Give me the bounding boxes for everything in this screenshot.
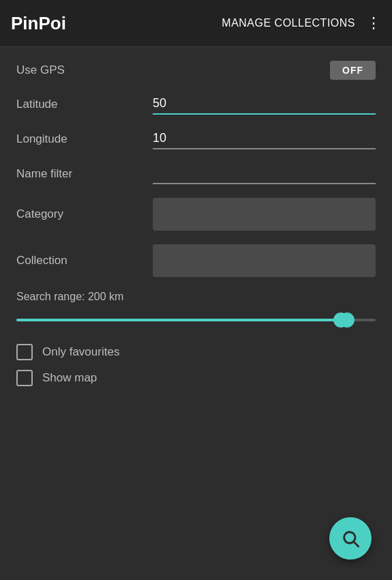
category-dropdown[interactable] xyxy=(153,198,376,231)
category-row: Category xyxy=(16,198,376,231)
show-map-checkbox[interactable] xyxy=(16,370,33,386)
show-map-row: Show map xyxy=(16,370,376,386)
name-filter-row: Name filter xyxy=(16,163,376,184)
latitude-input[interactable] xyxy=(153,93,376,115)
only-favourites-checkbox[interactable] xyxy=(16,344,33,360)
longitude-field-container xyxy=(153,128,376,149)
svg-line-1 xyxy=(354,542,358,546)
content-area: Use GPS OFF Latitude Longitude Name filt… xyxy=(0,47,392,409)
search-icon xyxy=(341,529,360,548)
only-favourites-label: Only favourites xyxy=(42,345,119,359)
longitude-row: Longitude xyxy=(16,128,376,149)
gps-toggle[interactable]: OFF xyxy=(330,61,376,80)
latitude-row: Latitude xyxy=(16,93,376,115)
only-favourites-row: Only favourites xyxy=(16,344,376,360)
longitude-input[interactable] xyxy=(153,128,376,149)
collection-field-container xyxy=(153,244,376,277)
more-options-icon[interactable]: ⋮ xyxy=(366,16,381,31)
search-range-label: Search range: 200 km xyxy=(16,291,376,303)
name-filter-field-container xyxy=(153,163,376,184)
category-label: Category xyxy=(16,207,153,221)
name-filter-input[interactable] xyxy=(153,163,376,184)
name-filter-label: Name filter xyxy=(16,167,153,181)
latitude-label: Latitude xyxy=(16,98,153,111)
collection-dropdown[interactable] xyxy=(153,244,376,277)
app-title: PinPoi xyxy=(11,13,66,34)
search-fab[interactable] xyxy=(329,517,372,560)
manage-collections-button[interactable]: MANAGE COLLECTIONS xyxy=(222,17,355,29)
search-range-input[interactable] xyxy=(16,319,376,321)
longitude-label: Longitude xyxy=(16,132,153,146)
category-field-container xyxy=(153,198,376,231)
show-map-label: Show map xyxy=(42,371,97,385)
gps-row: Use GPS OFF xyxy=(16,61,376,80)
collection-label: Collection xyxy=(16,254,153,267)
search-range-section: Search range: 200 km xyxy=(16,291,376,330)
header: PinPoi MANAGE COLLECTIONS ⋮ xyxy=(0,0,392,46)
collection-row: Collection xyxy=(16,244,376,277)
gps-label: Use GPS xyxy=(16,63,65,77)
latitude-field-container xyxy=(153,93,376,115)
search-range-slider-container xyxy=(16,310,376,330)
header-actions: MANAGE COLLECTIONS ⋮ xyxy=(222,16,381,31)
